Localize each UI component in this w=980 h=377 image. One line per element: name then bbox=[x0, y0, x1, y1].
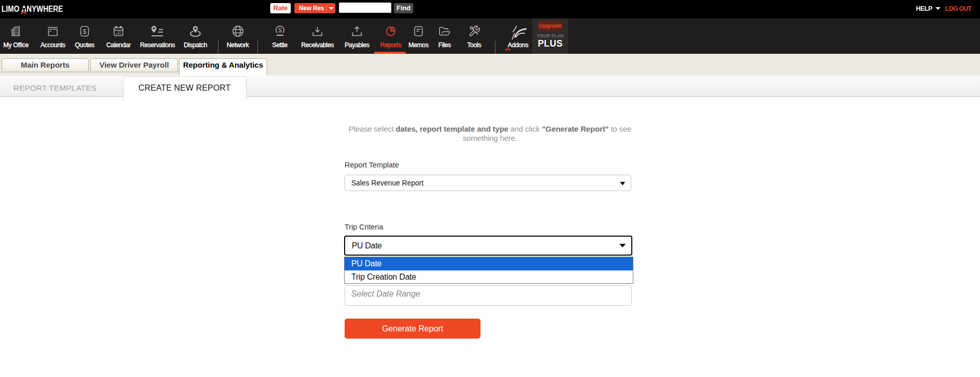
svg-text:$: $ bbox=[83, 28, 87, 35]
svg-text:$: $ bbox=[278, 27, 281, 33]
